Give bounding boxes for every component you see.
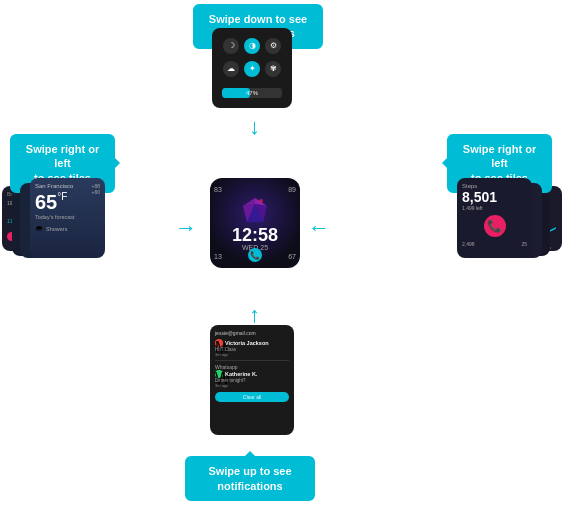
weather-tile: San Francisco 65 °F +88 +60 Today's fore… [30,178,105,258]
condition-label: Showers [46,226,67,232]
svg-point-6 [259,199,263,203]
battery-percent: 47% [222,88,282,98]
arrow-left: ← [308,215,330,241]
gmail-icon: M [215,339,223,347]
qs-icon-6: ✾ [265,61,281,77]
hr-icon: 📞 [484,215,506,237]
left-tile-stack: Body 19 min 11:00 Check in San Francisco… [30,178,105,258]
center-watch: 83 89 12:58 WED 25 13 67 📞 [210,178,300,268]
callout-bottom: Swipe up to seenotifications [185,456,315,501]
forecast-label: Today's forecast [35,214,100,220]
notification-1: M Victoria Jackson HIIT Class 3m ago [215,339,289,357]
qs-icon-4: ☁ [223,61,239,77]
city-name: San Francisco [35,183,73,189]
condition-row: 🌧 Showers [35,224,100,233]
watch-stat-left: 83 [214,186,222,193]
call-icon: 📞 [248,248,262,262]
notifications-screen: jessie@gmail.com M Victoria Jackson HIIT… [210,325,294,435]
steps-tile: Steps 8,501 1,499 left 📞 2,498 25 [457,178,532,258]
condition-icon: 🌧 [35,224,43,233]
watch-bottom-right: 67 [288,253,296,260]
quick-settings-screen: ☽ ◑ ⚙ ☁ ✦ ✾ 47% [212,28,292,108]
qs-icon-5: ✦ [244,61,260,77]
temperature: 65 [35,191,57,214]
notification-2: Whatsapp W Katherine K. Dinner tonight? … [215,364,289,388]
notif-sender-1: Victoria Jackson [225,340,269,346]
temp-low: +60 [92,189,100,195]
qs-icon-2: ◑ [244,38,260,54]
qs-icon-1: ☽ [223,38,239,54]
notif-time-2: 3m ago [215,383,289,388]
clear-all-button[interactable]: Clear all [215,392,289,402]
steps-remaining: 1,499 left [462,205,527,211]
arrow-down: ↓ [249,114,260,140]
notif-separator [215,360,289,361]
notif-email: jessie@gmail.com [215,330,289,337]
watch-bottom-left: 13 [214,253,222,260]
battery-bar: 47% [222,88,282,98]
watch-time: 12:58 [232,226,278,244]
whatsapp-icon: W [215,370,223,378]
notif-time-1: 3m ago [215,352,289,357]
steps-count: 8,501 [462,189,527,205]
right-tile-stack: ctivity 137 26 2,498 25 Resting HR 57 bp… [457,178,532,258]
watch-stat-right: 89 [288,186,296,193]
arrow-right: → [175,215,197,241]
qs-icon-3: ⚙ [265,38,281,54]
watch-gem [239,196,271,224]
temp-unit: °F [57,191,67,202]
notif-sender-2: Katherine K. [225,371,257,377]
